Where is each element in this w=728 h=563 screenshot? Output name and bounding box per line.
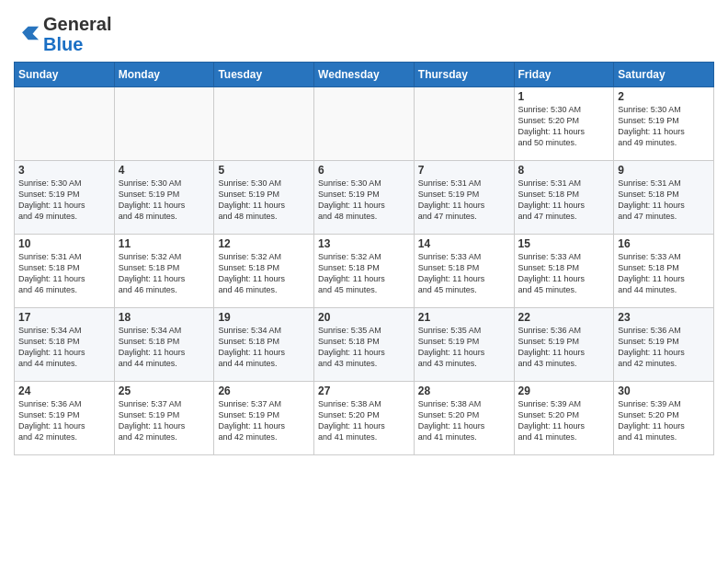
- day-number: 29: [518, 385, 610, 397]
- day-info: Sunrise: 5:38 AM Sunset: 5:20 PM Dayligh…: [418, 398, 510, 443]
- calendar-week-row: 1Sunrise: 5:30 AM Sunset: 5:20 PM Daylig…: [15, 87, 714, 161]
- calendar-day-header: Sunday: [15, 63, 115, 87]
- calendar-day-cell: 26Sunrise: 5:37 AM Sunset: 5:19 PM Dayli…: [214, 382, 314, 455]
- day-info: Sunrise: 5:31 AM Sunset: 5:18 PM Dayligh…: [618, 178, 710, 223]
- day-info: Sunrise: 5:37 AM Sunset: 5:19 PM Dayligh…: [119, 398, 210, 443]
- day-info: Sunrise: 5:36 AM Sunset: 5:19 PM Dayligh…: [18, 398, 110, 443]
- calendar-header-row: SundayMondayTuesdayWednesdayThursdayFrid…: [15, 63, 714, 87]
- calendar-day-cell: 8Sunrise: 5:31 AM Sunset: 5:18 PM Daylig…: [514, 161, 614, 235]
- day-number: 5: [218, 164, 310, 177]
- day-number: 19: [218, 311, 310, 324]
- calendar-day-cell: [414, 87, 514, 161]
- day-info: Sunrise: 5:34 AM Sunset: 5:18 PM Dayligh…: [119, 325, 210, 370]
- day-info: Sunrise: 5:30 AM Sunset: 5:19 PM Dayligh…: [119, 178, 210, 223]
- calendar-day-cell: 23Sunrise: 5:36 AM Sunset: 5:19 PM Dayli…: [614, 308, 714, 382]
- calendar-week-row: 24Sunrise: 5:36 AM Sunset: 5:19 PM Dayli…: [15, 382, 714, 455]
- day-number: 26: [218, 385, 310, 397]
- calendar-day-cell: 25Sunrise: 5:37 AM Sunset: 5:19 PM Dayli…: [114, 382, 214, 455]
- calendar-day-header: Tuesday: [214, 63, 314, 87]
- day-number: 10: [18, 237, 110, 250]
- logo-icon: [14, 25, 40, 41]
- day-info: Sunrise: 5:38 AM Sunset: 5:20 PM Dayligh…: [318, 398, 410, 443]
- calendar-day-cell: 10Sunrise: 5:31 AM Sunset: 5:18 PM Dayli…: [15, 235, 115, 308]
- logo-general: General: [43, 14, 111, 34]
- logo: General Blue: [14, 9, 111, 54]
- day-info: Sunrise: 5:33 AM Sunset: 5:18 PM Dayligh…: [518, 251, 610, 296]
- calendar-day-cell: 6Sunrise: 5:30 AM Sunset: 5:19 PM Daylig…: [314, 161, 415, 235]
- calendar-day-header: Saturday: [614, 63, 714, 87]
- logo-text: General Blue: [43, 14, 111, 54]
- day-number: 20: [318, 311, 410, 324]
- calendar-day-cell: 12Sunrise: 5:32 AM Sunset: 5:18 PM Dayli…: [214, 235, 314, 308]
- day-number: 13: [318, 237, 410, 250]
- calendar-day-header: Wednesday: [314, 63, 415, 87]
- calendar-table: SundayMondayTuesdayWednesdayThursdayFrid…: [14, 62, 714, 455]
- calendar-day-cell: 29Sunrise: 5:39 AM Sunset: 5:20 PM Dayli…: [514, 382, 614, 455]
- calendar-day-cell: [15, 87, 115, 161]
- day-info: Sunrise: 5:32 AM Sunset: 5:18 PM Dayligh…: [119, 251, 210, 296]
- day-number: 18: [119, 311, 210, 324]
- calendar-day-cell: 20Sunrise: 5:35 AM Sunset: 5:18 PM Dayli…: [314, 308, 415, 382]
- day-number: 28: [418, 385, 510, 397]
- calendar-day-cell: 13Sunrise: 5:32 AM Sunset: 5:18 PM Dayli…: [314, 235, 415, 308]
- calendar-day-cell: 2Sunrise: 5:30 AM Sunset: 5:19 PM Daylig…: [614, 87, 714, 161]
- day-info: Sunrise: 5:30 AM Sunset: 5:19 PM Dayligh…: [618, 104, 710, 149]
- calendar-day-cell: 21Sunrise: 5:35 AM Sunset: 5:19 PM Dayli…: [414, 308, 514, 382]
- day-number: 1: [518, 90, 610, 103]
- day-number: 17: [18, 311, 110, 324]
- calendar-day-cell: 15Sunrise: 5:33 AM Sunset: 5:18 PM Dayli…: [514, 235, 614, 308]
- day-number: 14: [418, 237, 510, 250]
- day-info: Sunrise: 5:39 AM Sunset: 5:20 PM Dayligh…: [618, 398, 710, 443]
- day-info: Sunrise: 5:30 AM Sunset: 5:20 PM Dayligh…: [518, 104, 610, 149]
- day-info: Sunrise: 5:32 AM Sunset: 5:18 PM Dayligh…: [318, 251, 410, 296]
- day-number: 16: [618, 237, 710, 250]
- logo-blue: Blue: [43, 34, 83, 54]
- calendar-day-cell: 18Sunrise: 5:34 AM Sunset: 5:18 PM Dayli…: [114, 308, 214, 382]
- day-number: 8: [518, 164, 610, 177]
- calendar-day-cell: 11Sunrise: 5:32 AM Sunset: 5:18 PM Dayli…: [114, 235, 214, 308]
- day-number: 27: [318, 385, 410, 397]
- calendar-day-cell: 28Sunrise: 5:38 AM Sunset: 5:20 PM Dayli…: [414, 382, 514, 455]
- day-number: 15: [518, 237, 610, 250]
- calendar-day-cell: 16Sunrise: 5:33 AM Sunset: 5:18 PM Dayli…: [614, 235, 714, 308]
- svg-marker-0: [22, 27, 39, 40]
- day-number: 6: [318, 164, 410, 177]
- day-info: Sunrise: 5:33 AM Sunset: 5:18 PM Dayligh…: [618, 251, 710, 296]
- calendar-day-cell: 1Sunrise: 5:30 AM Sunset: 5:20 PM Daylig…: [514, 87, 614, 161]
- day-info: Sunrise: 5:35 AM Sunset: 5:18 PM Dayligh…: [318, 325, 410, 370]
- calendar-day-cell: [214, 87, 314, 161]
- day-number: 30: [618, 385, 710, 397]
- calendar-day-cell: [314, 87, 415, 161]
- calendar-week-row: 17Sunrise: 5:34 AM Sunset: 5:18 PM Dayli…: [15, 308, 714, 382]
- calendar-day-cell: [114, 87, 214, 161]
- day-number: 21: [418, 311, 510, 324]
- day-number: 2: [618, 90, 710, 103]
- calendar-day-cell: 4Sunrise: 5:30 AM Sunset: 5:19 PM Daylig…: [114, 161, 214, 235]
- calendar-day-header: Monday: [114, 63, 214, 87]
- calendar-day-cell: 17Sunrise: 5:34 AM Sunset: 5:18 PM Dayli…: [15, 308, 115, 382]
- day-info: Sunrise: 5:30 AM Sunset: 5:19 PM Dayligh…: [318, 178, 410, 223]
- calendar-day-cell: 30Sunrise: 5:39 AM Sunset: 5:20 PM Dayli…: [614, 382, 714, 455]
- day-info: Sunrise: 5:36 AM Sunset: 5:19 PM Dayligh…: [618, 325, 710, 370]
- day-number: 9: [618, 164, 710, 177]
- day-number: 24: [18, 385, 110, 397]
- day-info: Sunrise: 5:34 AM Sunset: 5:18 PM Dayligh…: [218, 325, 310, 370]
- day-info: Sunrise: 5:30 AM Sunset: 5:19 PM Dayligh…: [218, 178, 310, 223]
- day-info: Sunrise: 5:30 AM Sunset: 5:19 PM Dayligh…: [18, 178, 110, 223]
- calendar-day-header: Thursday: [414, 63, 514, 87]
- calendar-day-cell: 24Sunrise: 5:36 AM Sunset: 5:19 PM Dayli…: [15, 382, 115, 455]
- calendar-day-cell: 7Sunrise: 5:31 AM Sunset: 5:19 PM Daylig…: [414, 161, 514, 235]
- calendar-week-row: 10Sunrise: 5:31 AM Sunset: 5:18 PM Dayli…: [15, 235, 714, 308]
- day-info: Sunrise: 5:36 AM Sunset: 5:19 PM Dayligh…: [518, 325, 610, 370]
- day-info: Sunrise: 5:34 AM Sunset: 5:18 PM Dayligh…: [18, 325, 110, 370]
- day-info: Sunrise: 5:33 AM Sunset: 5:18 PM Dayligh…: [418, 251, 510, 296]
- calendar-day-cell: 5Sunrise: 5:30 AM Sunset: 5:19 PM Daylig…: [214, 161, 314, 235]
- day-info: Sunrise: 5:31 AM Sunset: 5:19 PM Dayligh…: [418, 178, 510, 223]
- calendar-day-cell: 27Sunrise: 5:38 AM Sunset: 5:20 PM Dayli…: [314, 382, 415, 455]
- day-info: Sunrise: 5:32 AM Sunset: 5:18 PM Dayligh…: [218, 251, 310, 296]
- day-info: Sunrise: 5:31 AM Sunset: 5:18 PM Dayligh…: [18, 251, 110, 296]
- calendar-day-cell: 9Sunrise: 5:31 AM Sunset: 5:18 PM Daylig…: [614, 161, 714, 235]
- day-info: Sunrise: 5:31 AM Sunset: 5:18 PM Dayligh…: [518, 178, 610, 223]
- day-info: Sunrise: 5:35 AM Sunset: 5:19 PM Dayligh…: [418, 325, 510, 370]
- day-number: 4: [119, 164, 210, 177]
